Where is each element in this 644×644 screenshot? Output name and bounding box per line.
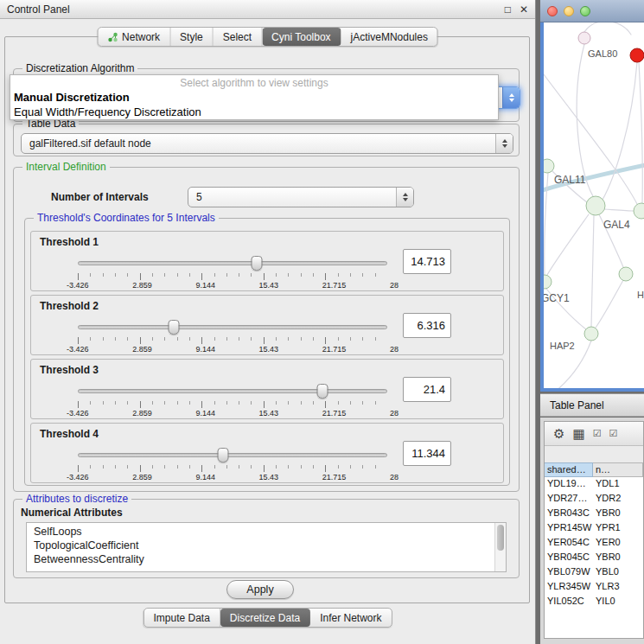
tab-label: Select (223, 31, 252, 43)
close-window-icon[interactable]: ✕ (520, 4, 528, 15)
table-row[interactable]: YLR345WYLR3 (545, 580, 643, 595)
numerical-attributes-label: Numerical Attributes (21, 507, 123, 519)
tab-style[interactable]: Style (170, 28, 214, 46)
network-canvas[interactable]: GAL80GAL11GAL4GCY1HAP2H (540, 22, 644, 392)
scale-tick-label: -3.426 (67, 281, 89, 290)
attribute-list-item[interactable]: TopologicalCoefficient (27, 539, 506, 552)
tab-network[interactable]: Network (98, 28, 170, 46)
threshold-4-value-field[interactable] (403, 441, 451, 466)
tab-label: Discretize Data (230, 612, 300, 624)
tab-discretize-data[interactable]: Discretize Data (220, 609, 310, 627)
columns-icon[interactable]: ▦ (572, 427, 584, 440)
algorithm-option-equal-width[interactable]: Equal Width/Frequency Discretization (10, 105, 498, 119)
slider-track[interactable] (78, 453, 387, 457)
network-node-label: GAL4 (603, 219, 630, 231)
table-cell: YPR1 (593, 521, 643, 536)
threshold-4-slider[interactable]: -3.4262.8599.14415.4321.71528 (78, 446, 387, 482)
threshold-1-slider[interactable]: -3.4262.8599.14415.4321.71528 (78, 254, 387, 290)
threshold-2-value-field[interactable] (403, 313, 451, 338)
threshold-3-slider[interactable]: -3.4262.8599.14415.4321.71528 (78, 382, 387, 418)
table-row[interactable]: YDL19…YDL1 (545, 477, 643, 492)
table-row[interactable]: YBR043CYBR0 (545, 507, 643, 521)
column-header-shared-name[interactable]: shared… (545, 462, 593, 477)
table-row[interactable]: YER054CYER0 (545, 536, 643, 551)
table-cell: YBL079W (545, 565, 593, 580)
slider-thumb[interactable] (168, 320, 179, 335)
scale-tick-label: 9.144 (195, 345, 215, 354)
column-header-name[interactable]: n… (593, 462, 643, 477)
network-view-window: GAL80GAL11GAL4GCY1HAP2H (540, 0, 644, 392)
node-table-window: ⚙ ▦ ☑ ☑ shared… n… YDL19…YDL1YDR27…YDR2Y… (544, 421, 644, 639)
attribute-list-item[interactable]: BetweennessCentrality (27, 552, 506, 566)
tab-select[interactable]: Select (214, 28, 262, 46)
control-panel-titlebar[interactable]: Control Panel □ ✕ (0, 0, 535, 19)
slider-track[interactable] (78, 389, 387, 393)
table-panel-title: Table Panel (550, 399, 604, 411)
network-node[interactable] (619, 267, 633, 281)
numerical-attributes-list: SelfLoopsTopologicalCoefficientBetweenne… (27, 523, 506, 568)
network-node[interactable] (634, 203, 644, 219)
table-panel-header[interactable]: Table Panel (540, 393, 644, 417)
slider-ticks (78, 465, 387, 472)
network-node[interactable] (544, 275, 552, 289)
network-window-titlebar[interactable] (540, 0, 644, 22)
threshold-2-slider[interactable]: -3.4262.8599.14415.4321.71528 (78, 318, 387, 354)
tab-label: Infer Network (320, 612, 381, 624)
tab-label: Impute Data (153, 612, 209, 624)
table-row[interactable]: YIL052CYIL0 (545, 595, 643, 609)
table-row[interactable]: YDR27…YDR2 (545, 492, 643, 507)
network-node[interactable] (578, 32, 590, 44)
scale-tick-label: 9.144 (195, 281, 215, 290)
network-node[interactable] (630, 48, 644, 62)
table-cell: YDL1 (593, 477, 643, 492)
combo-arrows-icon (396, 188, 413, 207)
table-header-row: shared… n… (545, 462, 643, 477)
settings-gear-icon[interactable]: ⚙ (553, 427, 564, 440)
select-all-checkbox-icon[interactable]: ☑ (593, 429, 602, 438)
thresholds-group-title: Threshold's Coordinates for 5 Intervals (34, 212, 219, 224)
tab-jactivemnodules[interactable]: jActiveMNodules (341, 28, 437, 46)
slider-ticks (78, 401, 387, 408)
network-edge (604, 209, 634, 211)
close-traffic-light-icon[interactable] (547, 6, 558, 16)
minimize-traffic-light-icon[interactable] (564, 6, 574, 16)
tab-impute-data[interactable]: Impute Data (143, 609, 220, 627)
tab-label: jActiveMNodules (351, 31, 428, 43)
network-node-label: GCY1 (544, 292, 570, 304)
attribute-list-item[interactable]: SelfLoops (27, 525, 506, 539)
scale-tick-label: -3.426 (67, 409, 89, 418)
threshold-3-value-field[interactable] (403, 377, 451, 402)
threshold-4-label: Threshold 4 (40, 428, 99, 440)
zoom-traffic-light-icon[interactable] (580, 6, 590, 16)
threshold-1-value-field[interactable] (403, 249, 451, 274)
network-node[interactable] (544, 159, 554, 173)
slider-track[interactable] (78, 261, 387, 265)
slider-track[interactable] (78, 325, 387, 329)
list-scrollbar[interactable] (494, 523, 506, 571)
slider-thumb[interactable] (316, 384, 328, 399)
scrollbar-thumb[interactable] (497, 525, 504, 551)
number-of-intervals-value: 5 (188, 188, 396, 207)
slider-thumb[interactable] (251, 256, 262, 271)
slider-thumb[interactable] (218, 448, 229, 462)
algorithm-option-manual[interactable]: Manual Discretization (10, 90, 498, 105)
scale-tick-label: 2.859 (132, 345, 152, 354)
discretization-algorithm-title: Discretization Algorithm (22, 62, 137, 74)
table-data-combo[interactable]: galFiltered.sif default node (21, 133, 513, 154)
tab-infer-network[interactable]: Infer Network (310, 609, 391, 627)
network-node[interactable] (584, 327, 598, 341)
table-cell: YBR043C (545, 507, 593, 521)
threshold-1-box: Threshold 1 -3.4262.8599.14415.4321.7152… (30, 231, 504, 291)
tab-label: Network (122, 31, 160, 43)
table-row[interactable]: YBR045CYBR0 (545, 551, 643, 565)
select-shown-checkbox-icon[interactable]: ☑ (609, 429, 618, 438)
network-node[interactable] (586, 196, 605, 215)
float-window-icon[interactable]: □ (505, 4, 511, 15)
table-row[interactable]: YBL079WYBL0 (545, 565, 643, 580)
table-row[interactable]: YPR145WYPR1 (545, 521, 643, 536)
network-edge (547, 214, 589, 275)
number-of-intervals-combo[interactable]: 5 (188, 187, 414, 207)
apply-button[interactable]: Apply (226, 580, 294, 599)
tab-cyni-toolbox[interactable]: Cyni Toolbox (262, 28, 341, 46)
network-edge (603, 62, 637, 200)
